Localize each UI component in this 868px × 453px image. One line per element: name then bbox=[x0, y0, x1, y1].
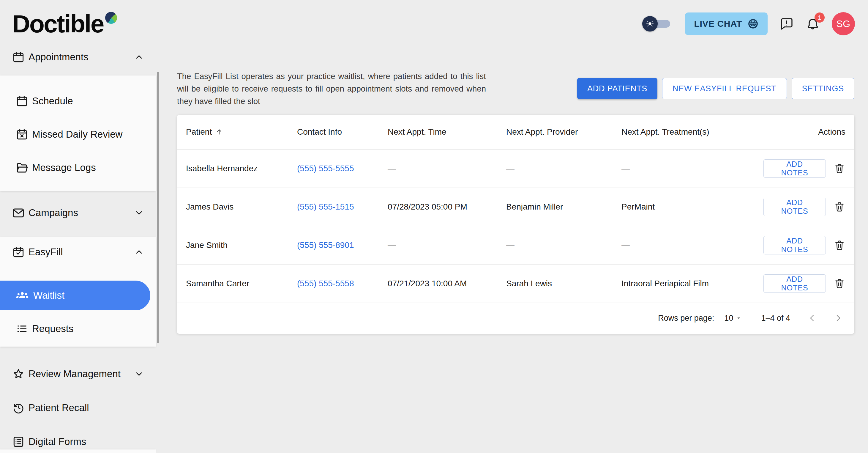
add-notes-button[interactable]: ADD NOTES bbox=[764, 159, 826, 178]
patient-name: Samantha Carter bbox=[186, 279, 297, 288]
add-notes-button[interactable]: ADD NOTES bbox=[764, 236, 826, 254]
table-row: Samantha Carter (555) 555-5558 07/21/202… bbox=[177, 265, 854, 303]
notifications-button[interactable]: 1 bbox=[806, 17, 820, 31]
sidebar-item-patient-recall[interactable]: Patient Recall bbox=[0, 394, 156, 422]
rows-per-page-value: 10 bbox=[724, 313, 733, 323]
add-patients-button[interactable]: ADD PATIENTS bbox=[577, 78, 657, 99]
calendar-x-icon bbox=[16, 128, 29, 141]
sidebar-item-label: EasyFill bbox=[29, 246, 63, 258]
add-notes-button[interactable]: ADD NOTES bbox=[764, 274, 826, 293]
chevron-down-icon bbox=[134, 208, 144, 218]
column-header-next-appt-treatments: Next Appt. Treatment(s) bbox=[621, 127, 764, 137]
envelope-icon bbox=[12, 206, 25, 219]
settings-button[interactable]: SETTINGS bbox=[792, 78, 854, 99]
sidebar-scrollbar[interactable] bbox=[157, 72, 159, 343]
sidebar-item-waitlist-active[interactable]: Waitlist bbox=[0, 281, 150, 310]
sidebar-item-label: Message Logs bbox=[32, 162, 96, 173]
next-appt-provider: Benjamin Miller bbox=[506, 202, 621, 212]
feedback-bubble-icon bbox=[779, 17, 794, 31]
chevron-up-icon bbox=[134, 247, 144, 258]
pagination-range: 1–4 of 4 bbox=[761, 313, 790, 323]
next-appt-time: — bbox=[388, 240, 506, 250]
sidebar-item-requests[interactable]: Requests bbox=[0, 312, 156, 345]
table-row: Isabella Hernandez (555) 555-5555 — — — … bbox=[177, 150, 854, 188]
folder-open-icon bbox=[16, 161, 29, 174]
phone-link[interactable]: (555) 555-5558 bbox=[297, 279, 354, 288]
sidebar-item-label: Appointments bbox=[29, 52, 89, 63]
form-icon bbox=[12, 435, 25, 448]
next-appt-provider: Sarah Lewis bbox=[506, 279, 621, 288]
patient-name: Jane Smith bbox=[186, 240, 297, 250]
sidebar-item-label: Review Management bbox=[29, 368, 121, 380]
sidebar-item-campaigns[interactable]: Campaigns bbox=[0, 199, 156, 227]
trash-icon[interactable] bbox=[834, 162, 845, 175]
table-header-row: Patient Contact Info Next Appt. Time Nex… bbox=[177, 115, 854, 150]
next-appt-treatments: PerMaint bbox=[621, 202, 764, 212]
rows-per-page-label: Rows per page: bbox=[658, 313, 714, 323]
chevron-left-icon[interactable] bbox=[807, 313, 817, 323]
chevron-down-icon bbox=[134, 369, 144, 379]
star-icon bbox=[12, 367, 25, 381]
table-pagination: Rows per page: 10 1–4 of 4 bbox=[177, 303, 854, 333]
next-appt-treatments: — bbox=[621, 164, 764, 173]
add-notes-button[interactable]: ADD NOTES bbox=[764, 198, 826, 216]
easyfill-section: EasyFill Waitlist Requ bbox=[0, 237, 156, 346]
page-actions: ADD PATIENTS NEW EASYFILL REQUEST SETTIN… bbox=[577, 78, 854, 99]
appointments-submenu: Schedule Missed Daily Review Message Log… bbox=[0, 76, 156, 191]
phone-link[interactable]: (555) 555-1515 bbox=[297, 202, 354, 211]
chevron-right-icon[interactable] bbox=[833, 313, 844, 323]
calendar-icon bbox=[16, 94, 29, 108]
column-header-next-appt-provider: Next Appt. Provider bbox=[506, 127, 621, 137]
waitlist-table: Patient Contact Info Next Appt. Time Nex… bbox=[177, 115, 854, 334]
calendar-check-icon bbox=[12, 245, 25, 259]
sidebar-item-label: Campaigns bbox=[29, 207, 78, 218]
sidebar-item-review-management[interactable]: Review Management bbox=[0, 360, 156, 388]
sidebar-item-missed-daily-review[interactable]: Missed Daily Review bbox=[0, 118, 156, 151]
live-chat-label: LIVE CHAT bbox=[694, 19, 742, 29]
sidebar-item-label: Digital Forms bbox=[29, 436, 86, 447]
sidebar-item-label: Missed Daily Review bbox=[32, 129, 122, 140]
next-appt-treatments: — bbox=[621, 240, 764, 250]
next-appt-time: — bbox=[388, 164, 506, 173]
avatar[interactable]: SG bbox=[832, 12, 855, 35]
header-actions: LIVE CHAT bbox=[642, 12, 855, 35]
column-header-patient[interactable]: Patient bbox=[186, 127, 297, 137]
column-header-contact-info: Contact Info bbox=[297, 127, 388, 137]
patient-name: James Davis bbox=[186, 202, 297, 212]
column-header-next-appt-time: Next Appt. Time bbox=[388, 127, 506, 137]
dark-mode-toggle[interactable] bbox=[642, 16, 673, 31]
next-appt-provider: — bbox=[506, 240, 621, 250]
trash-icon[interactable] bbox=[834, 239, 845, 251]
table-row: Jane Smith (555) 555-8901 — — — ADD NOTE… bbox=[177, 226, 854, 265]
rows-per-page-select[interactable]: 10 bbox=[724, 313, 742, 323]
groups-icon bbox=[16, 289, 29, 302]
table-row: James Davis (555) 555-1515 07/28/2023 05… bbox=[177, 188, 854, 226]
patient-name: Isabella Hernandez bbox=[186, 164, 297, 173]
sidebar-item-schedule[interactable]: Schedule bbox=[0, 84, 156, 118]
sidebar-item-message-logs[interactable]: Message Logs bbox=[0, 151, 156, 184]
sun-icon bbox=[642, 16, 658, 31]
sort-asc-icon bbox=[215, 128, 223, 136]
next-appt-provider: — bbox=[506, 164, 621, 173]
live-chat-button[interactable]: LIVE CHAT bbox=[685, 12, 768, 35]
sidebar-panel-edge bbox=[0, 449, 156, 453]
globe-icon bbox=[747, 18, 759, 29]
sidebar-item-appointments[interactable]: Appointments bbox=[0, 43, 156, 71]
sidebar: Appointments Schedule Missed Daily Revie… bbox=[0, 0, 160, 453]
phone-link[interactable]: (555) 555-5555 bbox=[297, 164, 354, 173]
sidebar-item-label: Schedule bbox=[32, 95, 73, 107]
phone-link[interactable]: (555) 555-8901 bbox=[297, 240, 354, 250]
trash-icon[interactable] bbox=[834, 278, 845, 290]
new-easyfill-request-button[interactable]: NEW EASYFILL REQUEST bbox=[662, 78, 787, 99]
next-appt-time: 07/21/2023 10:00 AM bbox=[388, 279, 506, 288]
feedback-button[interactable] bbox=[779, 17, 794, 31]
chevron-up-icon bbox=[134, 52, 144, 62]
history-icon bbox=[12, 401, 25, 414]
trash-icon[interactable] bbox=[834, 201, 845, 213]
caret-down-icon bbox=[736, 315, 742, 321]
column-header-actions: Actions bbox=[818, 127, 845, 137]
sidebar-item-label: Requests bbox=[32, 323, 73, 334]
sidebar-item-easyfill[interactable]: EasyFill bbox=[0, 238, 156, 266]
calendar-icon bbox=[12, 51, 25, 64]
next-appt-treatments: Intraoral Periapical Film bbox=[621, 279, 764, 288]
